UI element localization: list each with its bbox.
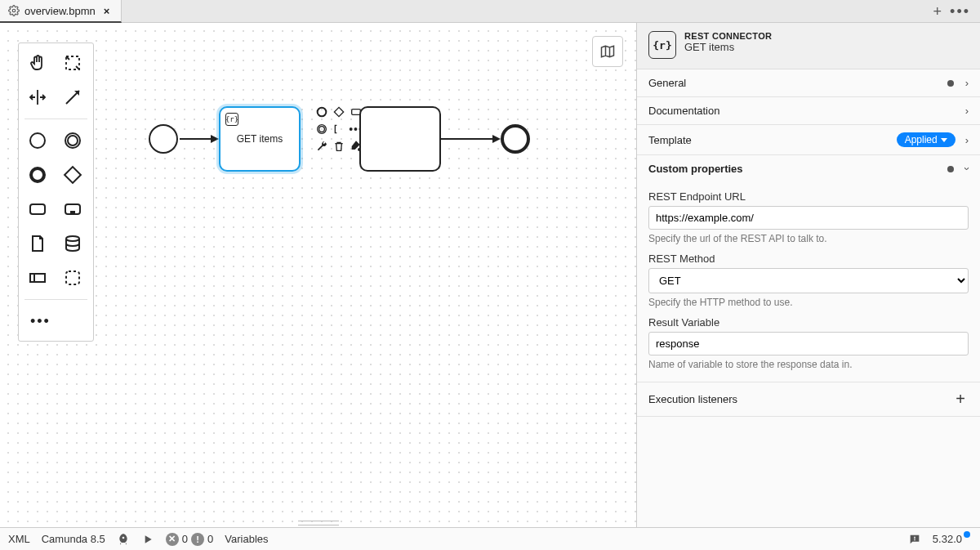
svg-rect-15 bbox=[334, 107, 343, 116]
feedback-button[interactable] bbox=[908, 533, 921, 546]
play-icon bbox=[141, 533, 154, 546]
close-tab-icon[interactable]: × bbox=[100, 5, 114, 17]
svg-rect-22 bbox=[914, 539, 915, 540]
create-end-event[interactable] bbox=[22, 160, 53, 190]
connector-marker-icon: {r} bbox=[225, 113, 238, 126]
xml-toggle[interactable]: XML bbox=[8, 533, 30, 545]
create-group[interactable] bbox=[57, 263, 88, 293]
svg-point-14 bbox=[318, 108, 327, 117]
run-button[interactable] bbox=[141, 533, 154, 546]
section-general[interactable]: General › bbox=[637, 69, 980, 96]
pad-append-gateway[interactable] bbox=[332, 105, 346, 119]
svg-point-10 bbox=[66, 236, 79, 241]
palette-more[interactable]: ••• bbox=[22, 306, 90, 336]
file-tab[interactable]: overview.bpmn × bbox=[0, 0, 122, 23]
svg-rect-13 bbox=[66, 271, 79, 284]
url-label: REST Endpoint URL bbox=[648, 190, 969, 203]
pad-append-intermediate[interactable] bbox=[314, 122, 329, 136]
create-intermediate-event[interactable] bbox=[57, 126, 88, 155]
svg-rect-6 bbox=[65, 167, 81, 183]
bpmn-end-event[interactable] bbox=[501, 124, 530, 154]
template-applied-badge[interactable]: Applied bbox=[897, 132, 956, 147]
tool-palette: ••• bbox=[18, 42, 94, 342]
svg-point-5 bbox=[31, 168, 44, 181]
pad-delete[interactable] bbox=[332, 139, 346, 154]
space-tool[interactable] bbox=[22, 83, 53, 112]
section-documentation[interactable]: Documentation › bbox=[637, 97, 980, 124]
svg-rect-9 bbox=[70, 211, 75, 214]
method-select[interactable]: GET bbox=[648, 268, 969, 293]
global-connect-tool[interactable] bbox=[57, 83, 88, 112]
add-listener-button[interactable]: + bbox=[956, 390, 969, 409]
chevron-right-icon: › bbox=[965, 105, 969, 117]
section-documentation-title: Documentation bbox=[648, 105, 965, 117]
svg-rect-21 bbox=[914, 536, 915, 539]
has-entries-dot bbox=[947, 166, 954, 172]
url-hint: Specify the url of the REST API to talk … bbox=[648, 233, 969, 244]
properties-header-super: REST CONNECTOR bbox=[684, 31, 772, 41]
pad-append-end-event[interactable] bbox=[314, 105, 329, 119]
bpmn-start-event[interactable] bbox=[149, 124, 178, 154]
has-entries-dot bbox=[947, 80, 954, 87]
svg-rect-11 bbox=[30, 274, 45, 282]
feedback-icon bbox=[908, 533, 921, 546]
section-general-title: General bbox=[648, 77, 947, 89]
create-data-object[interactable] bbox=[22, 229, 53, 258]
properties-header: {r} REST CONNECTOR GET items bbox=[637, 23, 980, 69]
diagram-canvas[interactable]: ••• {r} GET items bbox=[0, 23, 637, 527]
new-tab-button[interactable]: + bbox=[933, 4, 942, 19]
result-label: Result Variable bbox=[648, 316, 969, 329]
create-start-event[interactable] bbox=[22, 126, 53, 155]
canvas-resize-handle[interactable] bbox=[294, 519, 343, 527]
create-subprocess[interactable] bbox=[57, 195, 88, 224]
svg-rect-7 bbox=[30, 204, 45, 214]
map-icon bbox=[599, 43, 616, 60]
svg-point-19 bbox=[319, 127, 325, 132]
chevron-down-icon: › bbox=[960, 167, 973, 170]
svg-point-4 bbox=[68, 136, 78, 145]
properties-header-sub: GET items bbox=[684, 41, 772, 53]
error-icon: ✕ bbox=[166, 533, 179, 546]
section-template[interactable]: Template Applied › bbox=[637, 125, 980, 154]
gear-icon bbox=[8, 5, 20, 16]
tab-title: overview.bpmn bbox=[24, 5, 96, 17]
connector-icon: {r} bbox=[648, 31, 676, 59]
properties-panel: {r} REST CONNECTOR GET items General › D… bbox=[637, 23, 980, 527]
chevron-right-icon: › bbox=[965, 134, 969, 146]
url-input[interactable] bbox=[648, 206, 969, 230]
create-gateway[interactable] bbox=[57, 160, 88, 190]
create-pool[interactable] bbox=[22, 263, 53, 293]
section-custom-properties[interactable]: Custom properties › bbox=[637, 155, 980, 182]
result-hint: Name of variable to store the response d… bbox=[648, 359, 969, 370]
status-bar: XML Camunda 8.5 ✕0 !0 Variables 5.32.0 bbox=[0, 527, 980, 550]
svg-point-2 bbox=[30, 133, 45, 148]
warning-icon: ! bbox=[191, 533, 204, 546]
pad-annotation[interactable] bbox=[332, 122, 346, 136]
create-task[interactable] bbox=[22, 195, 53, 224]
svg-point-0 bbox=[12, 9, 16, 12]
rocket-icon bbox=[117, 533, 130, 546]
method-label: REST Method bbox=[648, 253, 969, 265]
method-hint: Specify the HTTP method to use. bbox=[648, 297, 969, 308]
tab-menu-button[interactable]: ••• bbox=[950, 4, 970, 19]
create-data-store[interactable] bbox=[57, 229, 88, 258]
minimap-toggle[interactable] bbox=[592, 36, 623, 67]
update-available-dot bbox=[964, 531, 970, 538]
problems-button[interactable]: ✕0 !0 bbox=[166, 533, 213, 546]
chevron-right-icon: › bbox=[965, 77, 969, 89]
variables-button[interactable]: Variables bbox=[225, 533, 268, 545]
task-label: GET items bbox=[237, 133, 283, 145]
bpmn-task-get-items[interactable]: {r} GET items bbox=[219, 106, 301, 172]
lasso-tool[interactable] bbox=[57, 48, 88, 78]
pad-wrench[interactable] bbox=[314, 139, 329, 154]
platform-selector[interactable]: Camunda 8.5 bbox=[42, 533, 105, 545]
bpmn-task-placeholder[interactable] bbox=[359, 106, 441, 172]
deploy-button[interactable] bbox=[117, 533, 130, 546]
section-custom-properties-title: Custom properties bbox=[648, 163, 947, 175]
version-label[interactable]: 5.32.0 bbox=[933, 533, 972, 545]
section-execution-listeners-title: Execution listeners bbox=[648, 393, 956, 405]
custom-properties-body: REST Endpoint URL Specify the url of the… bbox=[637, 182, 980, 382]
result-input[interactable] bbox=[648, 332, 969, 355]
hand-tool[interactable] bbox=[22, 48, 53, 78]
section-execution-listeners[interactable]: Execution listeners + bbox=[637, 382, 980, 416]
